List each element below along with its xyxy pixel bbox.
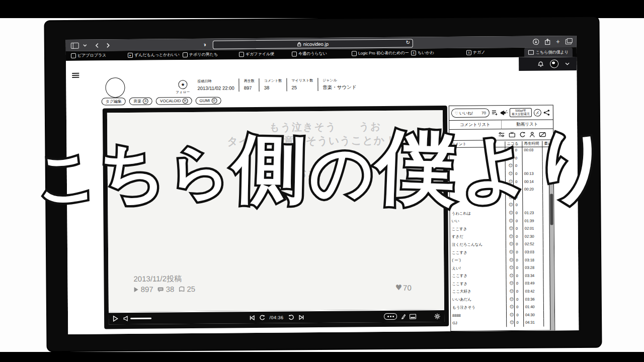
user-avatar[interactable]: [550, 59, 558, 68]
skip-forward-icon[interactable]: [299, 315, 304, 320]
comment-row[interactable]: ここすき☺002:01: [450, 224, 550, 233]
volume-slider[interactable]: [130, 318, 151, 319]
comment-row[interactable]: いい☺001:39: [450, 217, 550, 225]
nicoru-count[interactable]: ☺0: [505, 154, 522, 162]
comment-row[interactable]: えい!☺003:28: [450, 263, 550, 272]
bookmark-item[interactable]: ·Logic Pro 初心者のためのー: [352, 50, 409, 56]
comment-scrollbar[interactable]: [548, 146, 554, 330]
nicoru-count[interactable]: ☺0: [506, 319, 523, 327]
comment-row[interactable]: GJ☺004:31: [451, 319, 550, 327]
active-tab[interactable]: こちら側の僕より: [524, 47, 573, 57]
comment-row[interactable]: ☺000:20: [450, 185, 549, 194]
nicoru-count[interactable]: ☺0: [506, 240, 523, 248]
nicoru-count[interactable]: ☺0: [506, 272, 523, 280]
notification-bell-icon[interactable]: [538, 61, 543, 67]
comment-row[interactable]: 8888☺004:30: [451, 311, 550, 319]
like-button[interactable]: ♡ いいね! 70: [451, 108, 490, 118]
comment-row[interactable]: ☺0: [450, 201, 549, 210]
gift-icon[interactable]: 〆: [534, 109, 541, 116]
ng-user-icon[interactable]: [529, 131, 535, 137]
tab-video-list[interactable]: 動画リスト: [502, 120, 553, 129]
nicoru-count[interactable]: ☺0: [505, 193, 522, 201]
tag-pill[interactable]: GUMI百: [195, 97, 221, 105]
nicoru-count[interactable]: ☺0: [506, 311, 523, 319]
bookmark-item[interactable]: ·今週のうらない: [292, 51, 327, 57]
nicoru-count[interactable]: ☺0: [506, 248, 523, 256]
nicoru-count[interactable]: ☺0: [506, 264, 523, 272]
comment-row[interactable]: ☺0: [450, 193, 549, 202]
forward-button[interactable]: [106, 42, 110, 49]
comment-row[interactable]: ここすき☺003:03: [450, 248, 550, 256]
nicoru-count[interactable]: ☺0: [506, 303, 523, 311]
comment-row[interactable]: ここ大好き☺003:42: [451, 287, 550, 296]
comment-row[interactable]: 泣くだろこんなん☺002:52: [450, 240, 550, 249]
refresh-icon[interactable]: [519, 131, 525, 137]
bookmark-item[interactable]: ·ナポリの男たち: [183, 52, 218, 58]
nicoru-count[interactable]: ☺0: [506, 225, 523, 233]
bookmark-item[interactable]: ▸ずんだもんっとかわいい: [128, 52, 180, 58]
nicoru-count[interactable]: ☺0: [505, 209, 522, 217]
nicoru-count[interactable]: ☺0: [505, 186, 522, 194]
bookmark-item[interactable]: ·ギガファイル便: [239, 51, 274, 57]
reload-icon[interactable]: ↻: [406, 40, 410, 45]
comment-row[interactable]: ☺0: [450, 162, 549, 170]
nicoad-bubble[interactable]: 500pt等 最大全額還元: [510, 108, 532, 117]
bookmark-item[interactable]: ·ピアプロプラス: [71, 52, 106, 58]
tab-overview-icon[interactable]: [566, 38, 572, 45]
share-icon[interactable]: [545, 38, 550, 45]
bookmark-item[interactable]: Xちいかわ: [411, 50, 434, 55]
chevron-down-icon[interactable]: [83, 42, 87, 49]
nicoru-count[interactable]: ☺0: [506, 256, 523, 264]
forward-icon[interactable]: [288, 314, 294, 320]
menu-icon[interactable]: [72, 73, 79, 78]
tag-encyclopedia-badge[interactable]: 百: [143, 99, 148, 104]
follow-button[interactable]: ★ フォロー: [174, 80, 192, 95]
video-area[interactable]: うおおおお もう泣きそう うお タイトルの意味そういうことか！め 2013/11…: [107, 110, 444, 312]
nicoru-count[interactable]: ☺0: [505, 177, 522, 186]
sidebar-icon[interactable]: [71, 42, 79, 49]
tag-encyclopedia-badge[interactable]: 百: [182, 98, 188, 104]
tag-edit-button[interactable]: タグ編集: [102, 98, 126, 105]
nicoru-count[interactable]: ☺0: [505, 201, 522, 209]
comment-row[interactable]: ☺000:14: [450, 177, 549, 186]
tv-icon[interactable]: [509, 132, 515, 137]
comment-off-icon[interactable]: [539, 131, 546, 137]
user-menu-chevron-icon[interactable]: [565, 62, 570, 65]
settings-gear-icon[interactable]: [434, 313, 440, 319]
comment-row[interactable]: ここすき☺003:34: [450, 272, 550, 280]
nicoru-count[interactable]: ☺0: [506, 280, 523, 288]
nicoru-count[interactable]: ☺0: [506, 217, 523, 225]
tag-encyclopedia-badge[interactable]: 百: [211, 98, 217, 104]
comment-row[interactable]: ☺0: [450, 154, 549, 162]
nicoad-megaphone-icon[interactable]: [500, 110, 508, 116]
comment-pen-icon[interactable]: [401, 314, 406, 319]
nicoru-count[interactable]: ☺0: [506, 295, 523, 303]
tag-pill[interactable]: VOCALOID百: [156, 97, 192, 105]
tag-pill[interactable]: 音楽百: [129, 98, 152, 105]
nicoru-count[interactable]: ☺0: [505, 170, 522, 178]
comment-row[interactable]: ☺000:13: [450, 169, 549, 178]
play-button[interactable]: [113, 315, 118, 322]
scrollbar-thumb[interactable]: [550, 194, 553, 225]
comment-row[interactable]: うわこれは☺001:23: [450, 209, 549, 217]
page-settings-icon[interactable]: ◑: [203, 41, 206, 48]
nicoru-count[interactable]: ☺0: [506, 232, 523, 240]
filter-settings-icon[interactable]: [498, 132, 505, 137]
back-button[interactable]: [95, 42, 99, 49]
nicoru-count[interactable]: ☺0: [506, 288, 523, 296]
share-nodes-icon[interactable]: [543, 109, 550, 116]
comment-row[interactable]: ☺000:03: [449, 146, 549, 154]
tab-comment-list[interactable]: コメントリスト: [449, 120, 502, 129]
volume-icon[interactable]: [123, 316, 128, 321]
nicoru-count[interactable]: ☺0: [505, 162, 522, 170]
add-mylist-icon[interactable]: [492, 110, 498, 116]
comment-row[interactable]: いいあだん☺003:36: [451, 295, 550, 304]
bookmark-item[interactable]: Xナガノ: [466, 49, 486, 55]
new-tab-icon[interactable]: +: [556, 38, 560, 45]
skip-back-icon[interactable]: [250, 315, 255, 320]
uploader-avatar[interactable]: [105, 77, 125, 98]
rewind-icon[interactable]: [259, 314, 265, 320]
comment-row[interactable]: (´ー`)☺003:18: [450, 256, 550, 264]
video-player[interactable]: うおおおお もう泣きそう うお タイトルの意味そういうことか！め 2013/11…: [103, 106, 449, 329]
downloads-icon[interactable]: [533, 38, 539, 45]
